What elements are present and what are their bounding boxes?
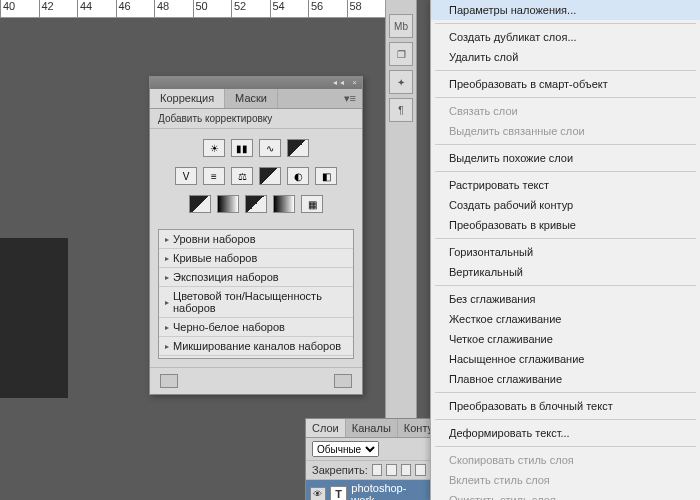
- menu-item[interactable]: Четкое сглаживание: [431, 329, 700, 349]
- text-layer-thumb: T: [330, 486, 348, 500]
- menu-separator: [435, 97, 696, 98]
- menu-item: Скопировать стиль слоя: [431, 450, 700, 470]
- menu-separator: [435, 419, 696, 420]
- list-item[interactable]: Уровни наборов: [159, 230, 353, 249]
- list-item[interactable]: Микширование каналов наборов: [159, 337, 353, 356]
- tab-adjustments[interactable]: Коррекция: [150, 89, 225, 108]
- menu-separator: [435, 70, 696, 71]
- list-item[interactable]: Экспозиция наборов: [159, 268, 353, 287]
- panel-menu-icon[interactable]: ▾≡: [338, 89, 362, 108]
- threshold-icon[interactable]: [245, 195, 267, 213]
- lock-pixels-icon[interactable]: [386, 464, 397, 476]
- vibrance-icon[interactable]: V: [175, 167, 197, 185]
- tab-channels[interactable]: Каналы: [346, 419, 398, 437]
- menu-item[interactable]: Создать рабочий контур: [431, 195, 700, 215]
- lock-all-icon[interactable]: [415, 464, 426, 476]
- clip-toggle-icon[interactable]: [334, 374, 352, 388]
- menu-item[interactable]: Деформировать текст...: [431, 423, 700, 443]
- lock-label: Закрепить:: [312, 464, 368, 476]
- brightness-icon[interactable]: ☀: [203, 139, 225, 157]
- layer-row[interactable]: 👁 T photoshop-work: [306, 480, 432, 500]
- tab-layers[interactable]: Слои: [306, 419, 346, 437]
- hue-icon[interactable]: ≡: [203, 167, 225, 185]
- menu-item[interactable]: Жесткое сглаживание: [431, 309, 700, 329]
- adjustments-panel: ◂◂ × Коррекция Маски ▾≡ Добавить коррект…: [149, 76, 363, 395]
- gradient-map-icon[interactable]: [273, 195, 295, 213]
- panel-icon-1[interactable]: Mb: [389, 14, 413, 38]
- menu-separator: [435, 171, 696, 172]
- menu-item: Связать слои: [431, 101, 700, 121]
- horizontal-ruler: 40 42 44 46 48 50 52 54 56 58: [0, 0, 385, 18]
- menu-item[interactable]: Плавное сглаживание: [431, 369, 700, 389]
- menu-item: Очистить стиль слоя: [431, 490, 700, 500]
- menu-separator: [435, 392, 696, 393]
- menu-item[interactable]: Насыщенное сглаживание: [431, 349, 700, 369]
- menu-item[interactable]: Преобразовать в смарт-объект: [431, 74, 700, 94]
- visibility-eye-icon[interactable]: 👁: [310, 487, 326, 500]
- menu-separator: [435, 285, 696, 286]
- blend-mode-select[interactable]: Обычные: [312, 441, 379, 457]
- exposure-icon[interactable]: [287, 139, 309, 157]
- menu-item[interactable]: Вертикальный: [431, 262, 700, 282]
- menu-separator: [435, 144, 696, 145]
- list-item[interactable]: Кривые наборов: [159, 249, 353, 268]
- menu-separator: [435, 446, 696, 447]
- menu-item[interactable]: Создать дубликат слоя...: [431, 27, 700, 47]
- panel-collapse-icon[interactable]: ◂◂ ×: [333, 78, 360, 87]
- expand-view-icon[interactable]: [160, 374, 178, 388]
- color-balance-icon[interactable]: ⚖: [231, 167, 253, 185]
- panel-icon-4[interactable]: ¶: [389, 98, 413, 122]
- menu-item[interactable]: Параметры наложения...: [431, 0, 700, 20]
- layer-name: photoshop-work: [351, 482, 428, 500]
- menu-item[interactable]: Удалить слой: [431, 47, 700, 67]
- panel-icon-2[interactable]: ❐: [389, 42, 413, 66]
- list-item[interactable]: Выборочная коррекция цвета наборов: [159, 356, 353, 359]
- adjustment-icon-grid: ☀ ▮▮ ∿ V ≡ ⚖ ◐ ◧ ▦: [150, 129, 362, 229]
- list-item[interactable]: Цветовой тон/Насыщенность наборов: [159, 287, 353, 318]
- list-item[interactable]: Черно-белое наборов: [159, 318, 353, 337]
- menu-item: Выделить связанные слои: [431, 121, 700, 141]
- panel-icon-3[interactable]: ✦: [389, 70, 413, 94]
- menu-item: Вклеить стиль слоя: [431, 470, 700, 490]
- levels-icon[interactable]: ▮▮: [231, 139, 253, 157]
- menu-item[interactable]: Без сглаживания: [431, 289, 700, 309]
- lock-transparency-icon[interactable]: [372, 464, 383, 476]
- canvas-edge: [0, 238, 68, 398]
- menu-item[interactable]: Преобразовать в кривые: [431, 215, 700, 235]
- menu-separator: [435, 238, 696, 239]
- channel-mixer-icon[interactable]: ◧: [315, 167, 337, 185]
- layer-context-menu: Параметры наложения...Создать дубликат с…: [430, 0, 700, 500]
- panel-subtitle: Добавить корректировку: [150, 109, 362, 129]
- invert-icon[interactable]: [189, 195, 211, 213]
- photo-filter-icon[interactable]: ◐: [287, 167, 309, 185]
- menu-item[interactable]: Выделить похожие слои: [431, 148, 700, 168]
- menu-separator: [435, 23, 696, 24]
- menu-item[interactable]: Преобразовать в блочный текст: [431, 396, 700, 416]
- preset-list[interactable]: Уровни наборов Кривые наборов Экспозиция…: [158, 229, 354, 359]
- menu-item[interactable]: Горизонтальный: [431, 242, 700, 262]
- selective-color-icon[interactable]: ▦: [301, 195, 323, 213]
- curves-icon[interactable]: ∿: [259, 139, 281, 157]
- panel-titlebar[interactable]: ◂◂ ×: [150, 77, 362, 89]
- lock-position-icon[interactable]: [401, 464, 412, 476]
- layers-panel: Слои Каналы Контур Обычные Закрепить: 👁 …: [305, 418, 433, 500]
- tab-masks[interactable]: Маски: [225, 89, 278, 108]
- posterize-icon[interactable]: [217, 195, 239, 213]
- bw-icon[interactable]: [259, 167, 281, 185]
- menu-item[interactable]: Растрировать текст: [431, 175, 700, 195]
